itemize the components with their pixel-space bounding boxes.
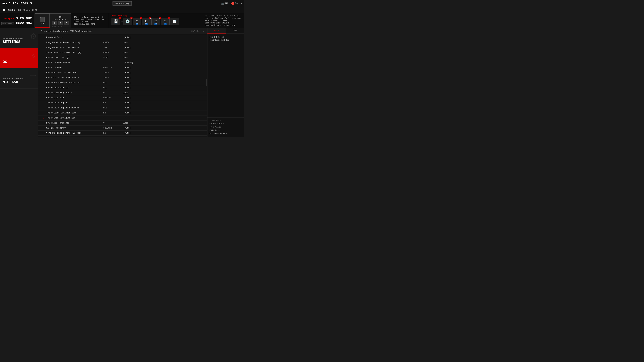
hot-key-label: HOT KEY xyxy=(192,30,199,32)
setting-option-3: Auto xyxy=(124,51,202,54)
chevron-right-icon: › xyxy=(206,82,208,83)
help-tabs: HELP INFO xyxy=(208,28,244,34)
screenshot-button[interactable]: 📷 F12 xyxy=(221,2,228,5)
xmp-user-2: 2 user xyxy=(58,25,63,27)
xmp-icon: ▦ xyxy=(59,14,62,18)
setting-value-7: 100°C xyxy=(103,71,124,74)
setting-row-18[interactable]: SA PLL Frequency3200MHz[Auto] xyxy=(38,125,207,131)
setting-row-2[interactable]: Long Duration Maintained(s)56s[Auto] xyxy=(38,45,207,50)
setting-row-11[interactable]: CPU PLL Banding Ratio0Auto xyxy=(38,90,207,95)
boot-badge-disc: U xyxy=(130,17,132,19)
tab-help[interactable]: HELP xyxy=(208,28,226,33)
help-control-0: ↑↓←→:Move xyxy=(210,119,242,122)
setting-name-11: CPU PLL Banding Ratio xyxy=(46,92,103,94)
setting-row-8[interactable]: CPU Fast Throttle Threshold100°C[Auto] xyxy=(38,75,207,80)
setting-option-15: [Auto] xyxy=(124,112,202,114)
boot-device-usb3[interactable]: 🖫 U USB xyxy=(152,18,160,25)
setting-row-3[interactable]: Short Duration Power Limit(W)4096WAuto xyxy=(38,50,207,55)
sidebar-item-mflash[interactable]: → Use USB to flash BIOS M-FLASH xyxy=(0,68,38,88)
setting-option-10: [Auto] xyxy=(124,87,202,89)
setting-row-1[interactable]: Long Duration Power Limit(W)4096WAuto xyxy=(38,40,207,45)
setting-row-5[interactable]: CPU Lite Load Control[Normal] xyxy=(38,60,207,65)
bios-title: CLICK BIOS 5 xyxy=(9,2,32,5)
control-action-1: Select xyxy=(218,122,224,125)
status-bar: CPU Speed 3.20 GHz DDR Speed 5600 MHz ⬛ … xyxy=(0,13,244,28)
boot-device-usb1[interactable]: 🖫 U USB xyxy=(133,18,142,25)
setting-row-17[interactable]: PVD Ratio Threshold0Auto xyxy=(38,120,207,125)
setting-option-6: [Auto] xyxy=(124,66,202,69)
close-button[interactable]: × xyxy=(240,2,242,5)
cpu-speed-label: CPU Speed xyxy=(3,17,14,20)
sidebar-item-oc[interactable]: ⚡ OC xyxy=(0,48,38,68)
help-control-4: F1:General Help xyxy=(210,132,242,135)
sidebar-item-settings[interactable]: ⚙ ↖ Motherboard settings SETTINGS xyxy=(0,28,38,48)
cpu-speed-section: CPU Speed 3.20 GHz DDR Speed 5600 MHz xyxy=(0,13,34,28)
setting-row-10[interactable]: CPU Ratio ExtensionDis[Auto] xyxy=(38,85,207,90)
help-controls: ↑↓←→:MoveEnter:Select+/-:ValueESC:ExitF1… xyxy=(208,117,244,137)
setting-value-6: Mode 10 xyxy=(103,66,124,69)
logo: msi CLICK BIOS 5 xyxy=(2,2,32,5)
help-control-2: +/-:Value xyxy=(210,125,242,129)
boot-badge-usb1: U xyxy=(140,17,142,19)
boot-badge-usb2: U xyxy=(149,17,151,19)
hot-key-sep: | xyxy=(200,30,202,32)
setting-row-15[interactable]: TVB Voltage OptimizationsEn[Auto] xyxy=(38,110,207,115)
main-layout: ⚙ ↖ Motherboard settings SETTINGS ⚡ OC →… xyxy=(0,28,244,137)
back-button[interactable]: ↩ xyxy=(203,29,204,33)
tab-info[interactable]: INFO xyxy=(226,28,244,33)
boot-device-hdd[interactable]: 💾 xyxy=(112,18,120,25)
setting-value-2: 56s xyxy=(103,46,124,49)
xmp-profile-3[interactable]: 3 xyxy=(64,21,69,25)
header-center: EZ Mode (F7) xyxy=(112,1,132,5)
setting-name-16: TVB Points Configuration xyxy=(46,117,103,119)
mb-temp: Motherboard Temperature: 39°C xyxy=(74,18,106,20)
setting-row-12[interactable]: CPU FLL OC ModeMode 0[Auto] xyxy=(38,95,207,100)
setting-row-20[interactable]: IA CEP SupportDis[Auto] xyxy=(38,136,207,137)
boot-device-file[interactable]: 📄 xyxy=(170,18,179,25)
setting-value-11: 0 xyxy=(103,92,124,94)
setting-name-7: CPU Over Temp. Protection xyxy=(46,71,103,74)
setting-row-16[interactable]: ▶TVB Points Configuration xyxy=(38,115,207,120)
setting-option-17: Auto xyxy=(124,122,202,124)
setting-option-5: [Normal] xyxy=(124,61,202,64)
setting-row-14[interactable]: TVB Ratio Clipping EnhancedDis[Auto] xyxy=(38,105,207,110)
cpu-label: CPU xyxy=(40,22,44,24)
setting-value-12: Mode 0 xyxy=(103,97,124,99)
memory-size: Memory Size: 32768MB xyxy=(205,19,242,22)
setting-name-4: CPU Current Limit(A) xyxy=(46,56,103,59)
oc-title: OC xyxy=(3,60,7,64)
ez-mode-button[interactable]: EZ Mode (F7) xyxy=(112,1,132,5)
msi-logo: msi xyxy=(2,2,8,5)
settings-table: Enhanced Turbo[Auto]Long Duration Power … xyxy=(38,34,207,137)
setting-row-0[interactable]: Enhanced Turbo[Auto] xyxy=(38,35,207,40)
boot-device-usb2[interactable]: 🖫 U USB xyxy=(142,18,151,25)
date-display: Sat 29 Jun, 2024 xyxy=(18,9,37,11)
setting-row-7[interactable]: CPU Over Temp. Protection100°C[Auto] xyxy=(38,70,207,75)
setting-option-8: [Auto] xyxy=(124,77,202,79)
setting-name-1: Long Duration Power Limit(W) xyxy=(46,41,103,44)
boot-device-disc[interactable]: 💿 U xyxy=(123,18,132,25)
setting-option-13: [Auto] xyxy=(124,102,202,104)
help-control-1: Enter:Select xyxy=(210,122,242,125)
setting-row-19[interactable]: Core HW Fixup During TSC CopyEn[Auto] xyxy=(38,131,207,136)
language-button[interactable]: 🔴 En xyxy=(231,2,238,5)
bios-date: BIOS Build Date: 05/29/2024 xyxy=(205,24,242,26)
panel-edge-handle[interactable]: › xyxy=(206,79,208,86)
setting-row-13[interactable]: TVB Ratio ClippingEn[Auto] xyxy=(38,100,207,105)
setting-row-6[interactable]: CPU Lite LoadMode 10[Auto] xyxy=(38,65,207,70)
setting-row-4[interactable]: CPU Current Limit(A)512AAuto xyxy=(38,55,207,60)
boot-devices: 💾 → 💿 U 🖫 U USB 🖫 U USB 🖫 U USB xyxy=(112,18,179,25)
setting-name-13: TVB Ratio Clipping xyxy=(46,102,103,104)
xmp-profile-1[interactable]: 1 xyxy=(52,21,57,25)
boot-arrow-1: → xyxy=(121,20,122,23)
boot-badge-usb3: U xyxy=(159,17,161,19)
xmp-profile-2[interactable]: 2 xyxy=(58,21,63,25)
bios-mode: BIOS Mode: CSM/UEFI xyxy=(74,23,106,25)
boot-device-usb4[interactable]: 🖫 U USB xyxy=(161,18,170,25)
control-action-0: Move xyxy=(216,119,221,122)
cpu-button[interactable]: ⬛ CPU xyxy=(34,13,50,28)
control-key-4: F1: xyxy=(210,132,213,135)
setting-row-9[interactable]: CPU Under Voltage ProtectionDis[Auto] xyxy=(38,80,207,85)
control-key-0: ↑↓←→: xyxy=(210,119,215,122)
xmp-user-1: 1 user xyxy=(52,25,57,27)
